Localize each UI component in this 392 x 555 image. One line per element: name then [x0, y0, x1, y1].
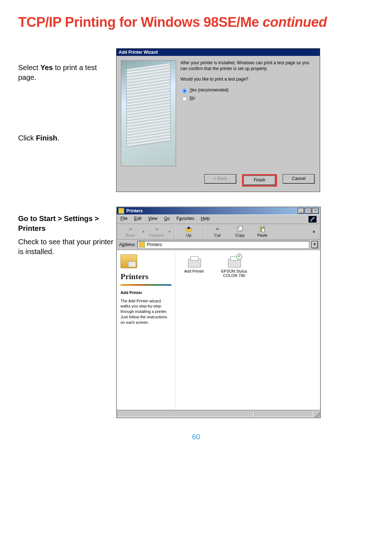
copy-icon	[236, 226, 244, 232]
back-button[interactable]: < Back	[204, 174, 236, 184]
text: Click	[18, 134, 36, 142]
radio-yes-input[interactable]	[182, 89, 187, 93]
close-button[interactable]: ×	[312, 208, 319, 214]
minimize-button[interactable]: _	[298, 208, 304, 214]
dropdown-arrow-icon[interactable]: ▾	[168, 229, 171, 234]
window-title: Printers	[126, 208, 298, 213]
cancel-button[interactable]: Cancel	[283, 174, 315, 184]
label: Back	[126, 233, 135, 237]
page-number: 60	[18, 433, 374, 441]
printer-icon	[188, 259, 201, 268]
nav-path: Go to Start > Settings > Printers	[18, 214, 116, 233]
folder-icon	[118, 208, 124, 214]
page-title: TCP/IP Printing for Windows 98SE/Me cont…	[18, 15, 374, 30]
window-titlebar: Printers _ □ ×	[117, 207, 320, 215]
finish-highlight: Finish	[242, 174, 277, 187]
add-printer-wizard-dialog: Add Printer Wizard After your printer is…	[116, 48, 320, 192]
label: Copy	[235, 233, 245, 237]
cut-toolbutton[interactable]: ✂ Cut	[207, 226, 228, 237]
side-description: The Add Printer wizard walks you step-by…	[121, 298, 171, 325]
finish-button[interactable]: Finish	[244, 176, 275, 185]
radio-yes[interactable]: Yes (recommended)	[180, 87, 315, 93]
printer-icon	[228, 259, 241, 268]
text: .	[57, 134, 60, 142]
radio-yes-label: es (recommended)	[192, 87, 229, 93]
gradient-bar	[121, 284, 171, 286]
throbber-icon	[309, 216, 317, 223]
radio-no-label: o	[193, 95, 195, 101]
instructions-step2: Go to Start > Settings > Printers Check …	[18, 207, 116, 264]
menubar: File Edit View Go Favorites Help	[117, 215, 320, 224]
menu-file[interactable]: File	[121, 216, 127, 223]
label: Paste	[257, 233, 268, 237]
dropdown-arrow-icon[interactable]: ▾	[142, 229, 144, 234]
instructions-step1: Select Yes to print a test page. Click F…	[18, 48, 116, 150]
menu-go[interactable]: Go	[164, 216, 170, 223]
add-printer-item[interactable]: Add Printer	[180, 254, 209, 273]
menu-favorites[interactable]: Favorites	[176, 216, 194, 223]
paste-toolbutton[interactable]: Paste	[252, 226, 273, 237]
label: Forward	[149, 233, 164, 237]
wizard-banner-image	[121, 60, 176, 166]
address-value: Printers	[147, 242, 162, 247]
maximize-button[interactable]: □	[305, 208, 311, 214]
folder-contents: Add Printer ✓ EPSON Stylus COLOR 740	[175, 250, 320, 410]
back-toolbutton[interactable]: ⬅ Back	[120, 226, 141, 237]
svg-rect-2	[239, 226, 242, 230]
menu-edit[interactable]: Edit	[134, 216, 142, 223]
back-arrow-icon: ⬅	[126, 226, 134, 232]
item-label: Add Printer	[180, 269, 209, 273]
installed-printer-item[interactable]: ✓ EPSON Stylus COLOR 740	[220, 254, 249, 278]
label: Cut	[214, 233, 220, 237]
text-bold: Finish	[36, 134, 57, 142]
address-field[interactable]: Printers	[137, 241, 309, 249]
radio-no[interactable]: No	[180, 95, 315, 101]
scissors-icon: ✂	[213, 226, 221, 232]
title-suffix: continued	[262, 15, 327, 30]
address-dropdown-button[interactable]: ▼	[311, 241, 318, 248]
wizard-message: After your printer is installed, Windows…	[180, 60, 315, 72]
label: Up	[186, 233, 191, 237]
status-bar	[117, 410, 320, 417]
dialog-title: Add Printer Wizard	[117, 49, 320, 56]
separator	[203, 225, 203, 238]
forward-toolbutton[interactable]: ➡ Forward	[146, 226, 167, 237]
menu-view[interactable]: View	[148, 216, 158, 223]
svg-rect-5	[262, 228, 265, 232]
folder-icon	[139, 242, 145, 248]
toolbar: ⬅ Back ▾ ➡ Forward ▾ Up ✂	[117, 224, 320, 240]
item-label-line2: COLOR 740	[220, 273, 249, 278]
up-toolbutton[interactable]: Up	[178, 226, 199, 237]
up-folder-icon	[185, 226, 193, 232]
side-subheading: Add Printer	[121, 290, 171, 295]
resize-grip-icon[interactable]	[314, 410, 320, 417]
svg-rect-4	[261, 226, 264, 227]
separator	[174, 225, 175, 238]
side-heading: Printers	[121, 271, 171, 282]
status-cell	[254, 411, 313, 417]
default-check-icon: ✓	[236, 254, 242, 260]
item-label-line1: EPSON Stylus	[220, 269, 249, 273]
radio-no-input[interactable]	[182, 97, 187, 101]
address-bar: Address Printers ▼	[117, 240, 320, 250]
folder-side-panel: Printers Add Printer The Add Printer wiz…	[117, 250, 175, 410]
check-text: Check to see that your printer is instal…	[18, 237, 116, 257]
menu-help[interactable]: Help	[201, 216, 210, 223]
paste-icon	[258, 226, 266, 232]
wizard-question: Would you like to print a test page?	[180, 77, 315, 82]
toolbar-overflow[interactable]: »	[310, 229, 317, 234]
copy-toolbutton[interactable]: Copy	[229, 226, 250, 237]
status-cell	[117, 411, 254, 417]
printers-window: Printers _ □ × File Edit View Go Favorit…	[116, 207, 321, 418]
address-label: Address	[119, 242, 135, 247]
text-bold: Yes	[40, 64, 53, 72]
forward-arrow-icon: ➡	[152, 226, 160, 232]
text: Select	[18, 64, 40, 72]
printers-folder-icon	[121, 254, 137, 268]
title-main: TCP/IP Printing for Windows 98SE/Me	[18, 15, 262, 30]
